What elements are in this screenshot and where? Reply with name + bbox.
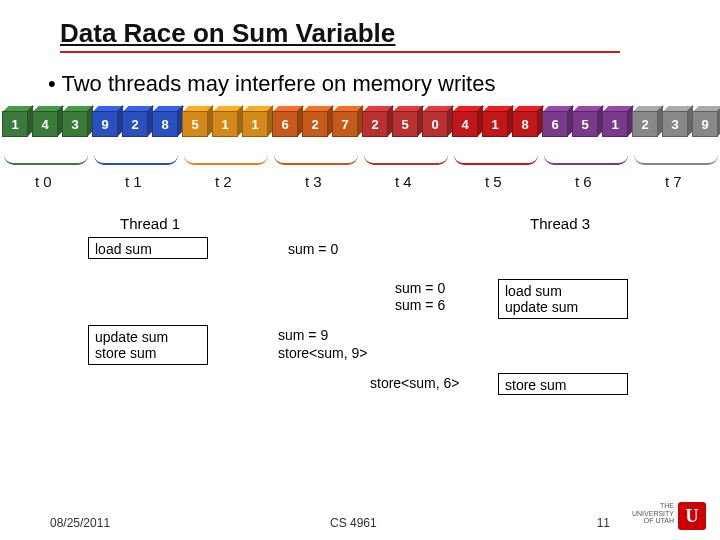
footer-date: 08/25/2011 — [50, 516, 110, 530]
brace — [94, 143, 178, 165]
brace — [184, 143, 268, 165]
mid-store9: store<sum, 9> — [278, 345, 368, 361]
thread-diagram: Thread 1 Thread 3 load sum update sum st… — [0, 215, 720, 445]
cube: 5 — [182, 111, 208, 137]
mid-sum0b: sum = 0 — [395, 280, 445, 296]
t-label: t 3 — [305, 173, 322, 190]
cube: 6 — [272, 111, 298, 137]
t-label: t 1 — [125, 173, 142, 190]
mid-store6: store<sum, 6> — [370, 375, 460, 391]
cube: 9 — [692, 111, 718, 137]
t3-load-update-box: load sum update sum — [498, 279, 628, 319]
cube: 9 — [92, 111, 118, 137]
brace — [4, 143, 88, 165]
thread1-title: Thread 1 — [120, 215, 180, 232]
cube: 3 — [62, 111, 88, 137]
t-label: t 4 — [395, 173, 412, 190]
cube-row: 1 4 3 9 2 8 — [0, 97, 720, 137]
mid-sum6: sum = 6 — [395, 297, 445, 313]
brace-row — [2, 143, 718, 169]
cube: 2 — [122, 111, 148, 137]
cube: 0 — [422, 111, 448, 137]
logo-line1: THE — [632, 502, 674, 510]
cube: 4 — [32, 111, 58, 137]
brace — [544, 143, 628, 165]
cube: 6 — [542, 111, 568, 137]
brace — [274, 143, 358, 165]
t-label: t 7 — [665, 173, 682, 190]
logo-line2: UNIVERSITY — [632, 510, 674, 518]
mid-sum0: sum = 0 — [288, 241, 338, 257]
footer-page: 11 — [597, 516, 610, 530]
t-label: t 6 — [575, 173, 592, 190]
t1-update-box: update sum store sum — [88, 325, 208, 365]
cube: 1 — [482, 111, 508, 137]
cube: 3 — [662, 111, 688, 137]
slide-bullet: • Two threads may interfere on memory wr… — [0, 53, 720, 97]
cube: 2 — [302, 111, 328, 137]
t-label: t 2 — [215, 173, 232, 190]
cube: 5 — [572, 111, 598, 137]
t-label: t 0 — [35, 173, 52, 190]
cube: 5 — [392, 111, 418, 137]
cube: 2 — [362, 111, 388, 137]
cube: 1 — [242, 111, 268, 137]
logo-line3: OF UTAH — [632, 517, 674, 525]
mid-sum9: sum = 9 — [278, 327, 328, 343]
slide-title: Data Race on Sum Variable — [60, 18, 620, 53]
cube: 4 — [452, 111, 478, 137]
cube: 1 — [212, 111, 238, 137]
footer-course: CS 4961 — [330, 516, 377, 530]
cube: 1 — [602, 111, 628, 137]
cube: 1 — [2, 111, 28, 137]
cube: 2 — [632, 111, 658, 137]
t1-load-box: load sum — [88, 237, 208, 259]
thread3-title: Thread 3 — [530, 215, 590, 232]
t-label: t 5 — [485, 173, 502, 190]
cube: 7 — [332, 111, 358, 137]
t3-store-box: store sum — [498, 373, 628, 395]
brace — [454, 143, 538, 165]
brace — [634, 143, 718, 165]
utah-logo: THE UNIVERSITY OF UTAH U — [626, 500, 706, 534]
thread-labels: t 0t 1t 2t 3t 4t 5t 6t 7 — [0, 169, 720, 193]
cube: 8 — [152, 111, 178, 137]
logo-u-icon: U — [678, 502, 706, 530]
cube: 8 — [512, 111, 538, 137]
brace — [364, 143, 448, 165]
